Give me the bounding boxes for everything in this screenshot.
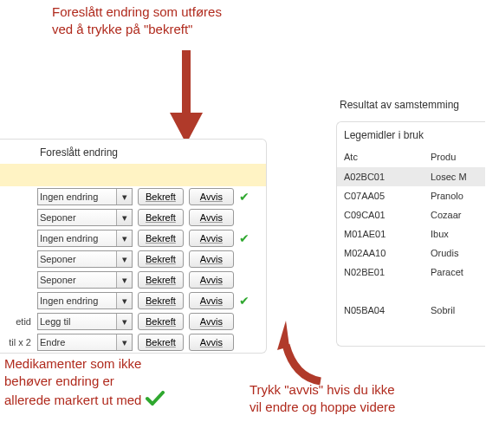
table-row: Seponer▾BekreftAvvis — [0, 269, 266, 290]
reject-button[interactable]: Avvis — [189, 209, 234, 226]
dropdown-value: Seponer — [40, 212, 76, 223]
list-item[interactable]: M02AA10Orudis — [337, 243, 485, 263]
chevron-down-icon: ▾ — [116, 314, 132, 329]
checkmark-icon: ✔ — [239, 231, 253, 245]
product-name: Ibux — [431, 229, 485, 239]
results-box: Legemidler i bruk Atc Produ A02BC01Losec… — [336, 121, 485, 347]
confirm-button[interactable]: Bekreft — [138, 250, 184, 268]
annotation-bottom-right: Trykk "avvis" hvis du ikke vil endre og … — [249, 381, 395, 417]
row-stub — [0, 228, 35, 249]
annotation-bl-line2: behøver endring er — [4, 373, 165, 390]
product-name: Orudis — [431, 248, 485, 258]
reject-button[interactable]: Avvis — [189, 230, 234, 247]
row-stub: til x 2 — [0, 332, 35, 353]
atc-code: M02AA10 — [344, 248, 431, 258]
annotation-bl-line3: allerede markert ut med — [4, 392, 141, 406]
chevron-down-icon: ▾ — [116, 272, 132, 288]
change-dropdown[interactable]: Legg til▾ — [37, 313, 133, 330]
dropdown-value: Ingen endring — [40, 192, 98, 202]
checkmark-icon — [146, 391, 165, 411]
product-name: Cozaar — [431, 210, 485, 220]
table-row: Ingen endring▾BekreftAvvis✔ — [0, 186, 266, 207]
reject-button[interactable]: Avvis — [189, 250, 234, 268]
confirm-button[interactable]: Bekreft — [138, 271, 184, 289]
annotation-top-line2: ved å trykke på "bekreft" — [52, 21, 222, 38]
row-stub — [0, 269, 35, 290]
reject-button[interactable]: Avvis — [189, 313, 234, 330]
table-row: Ingen endring▾BekreftAvvis✔ — [0, 290, 266, 311]
dropdown-value: Ingen endring — [40, 233, 98, 243]
row-stub — [0, 186, 35, 207]
change-dropdown[interactable]: Ingen endring▾ — [37, 292, 133, 309]
confirm-button[interactable]: Bekreft — [138, 188, 184, 205]
results-head-row: Atc Produ — [337, 148, 485, 167]
reject-button[interactable]: Avvis — [189, 271, 234, 289]
change-dropdown[interactable]: Endre▾ — [37, 334, 133, 351]
reject-button[interactable]: Avvis — [189, 292, 234, 309]
chevron-down-icon: ▾ — [116, 210, 132, 225]
suggested-changes-table: Foreslått endring Ingen endring▾BekreftA… — [0, 140, 266, 353]
row-stub — [0, 207, 35, 228]
list-item[interactable]: C07AA05Pranolo — [337, 186, 485, 205]
col-header-prod: Produ — [431, 152, 456, 162]
annotation-br-line2: vil endre og hoppe videre — [249, 399, 395, 416]
annotation-bl-line1: Medikamenter som ikke — [4, 355, 165, 373]
change-dropdown[interactable]: Seponer▾ — [37, 209, 133, 226]
results-panel: Resultat av samstemming Legemidler i bru… — [336, 95, 485, 347]
confirm-button[interactable]: Bekreft — [138, 313, 184, 330]
dropdown-value: Seponer — [40, 254, 76, 264]
list-item[interactable]: A02BC01Losec M — [337, 167, 485, 186]
dropdown-value: Ingen endring — [40, 295, 98, 306]
atc-code: N02BE01 — [344, 267, 431, 277]
confirm-button[interactable]: Bekreft — [138, 209, 184, 226]
confirm-button[interactable]: Bekreft — [138, 230, 184, 247]
chevron-down-icon: ▾ — [116, 334, 132, 350]
results-title: Resultat av samstemming — [336, 95, 485, 121]
change-dropdown[interactable]: Seponer▾ — [37, 271, 133, 289]
row-stub: etid — [0, 311, 35, 332]
product-name: Paracet — [431, 267, 485, 277]
change-dropdown[interactable]: Seponer▾ — [37, 250, 133, 268]
annotation-br-line1: Trykk "avvis" hvis du ikke — [249, 381, 395, 399]
product-name: Sobril — [431, 305, 485, 315]
atc-code: C07AA05 — [344, 191, 431, 201]
reject-button[interactable]: Avvis — [189, 188, 234, 205]
annotation-top-line1: Foreslått endring som utføres — [52, 3, 222, 21]
dropdown-value: Seponer — [40, 275, 76, 285]
atc-code: M01AE01 — [344, 229, 431, 239]
list-item[interactable]: N02BE01Paracet — [337, 263, 485, 282]
arrow-down-icon — [165, 50, 208, 146]
col-header-change: Foreslått endring — [35, 140, 135, 164]
change-dropdown[interactable]: Ingen endring▾ — [37, 188, 133, 205]
product-name: Losec M — [431, 172, 485, 182]
results-section-label: Legemidler i bruk — [337, 122, 485, 148]
row-stub — [0, 249, 35, 269]
list-item[interactable]: C09CA01Cozaar — [337, 205, 485, 224]
table-row: til x 2Endre▾BekreftAvvis — [0, 332, 266, 353]
checkmark-icon: ✔ — [239, 294, 253, 308]
annotation-bottom-left: Medikamenter som ikke behøver endring er… — [4, 355, 165, 411]
table-row: Seponer▾BekreftAvvis — [0, 207, 266, 228]
atc-code: C09CA01 — [344, 210, 431, 220]
row-stub — [0, 290, 35, 311]
dropdown-value: Endre — [40, 337, 65, 347]
table-row: Ingen endring▾BekreftAvvis✔ — [0, 228, 266, 249]
confirm-button[interactable]: Bekreft — [138, 334, 184, 351]
col-header-atc: Atc — [344, 152, 431, 162]
change-dropdown[interactable]: Ingen endring▾ — [37, 230, 133, 247]
confirm-button[interactable]: Bekreft — [138, 292, 184, 309]
checkmark-icon: ✔ — [239, 190, 253, 204]
annotation-top: Foreslått endring som utføres ved å tryk… — [52, 3, 222, 37]
dropdown-value: Legg til — [40, 316, 70, 327]
list-item[interactable]: N05BA04Sobril — [337, 301, 485, 320]
suggested-changes-panel: Foreslått endring Ingen endring▾BekreftA… — [0, 139, 267, 354]
atc-code: A02BC01 — [344, 172, 431, 182]
product-name: Pranolo — [431, 191, 485, 201]
list-item[interactable]: M01AE01Ibux — [337, 224, 485, 243]
chevron-down-icon: ▾ — [116, 293, 132, 308]
atc-code: N05BA04 — [344, 305, 431, 315]
table-row: Seponer▾BekreftAvvis — [0, 249, 266, 269]
chevron-down-icon: ▾ — [116, 230, 132, 246]
reject-button[interactable]: Avvis — [189, 334, 234, 351]
list-item[interactable] — [337, 282, 485, 301]
